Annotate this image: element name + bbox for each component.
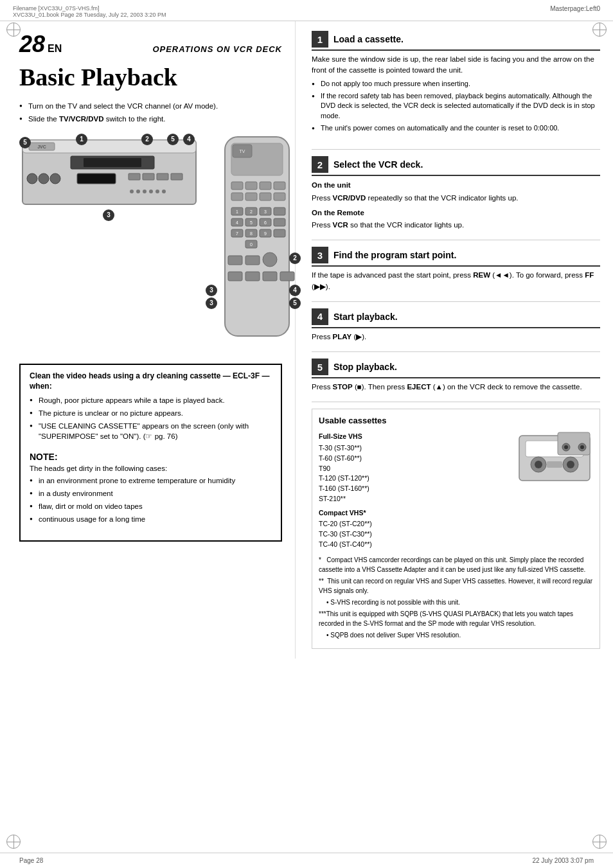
cassettes-footnotes: * Compact VHS camcorder recordings can b… [319, 555, 593, 640]
footnote-2: ** This unit can record on regular VHS a… [319, 576, 593, 596]
svg-text:0: 0 [250, 242, 253, 247]
step-1-num: 1 [312, 31, 328, 48]
svg-text:TV: TV [240, 149, 245, 154]
svg-text:2: 2 [293, 254, 297, 261]
svg-rect-64 [274, 229, 285, 237]
note-bullet-2: in a dusty environment [30, 488, 272, 499]
step-1-b3: The unit's power comes on automatically … [312, 123, 600, 133]
svg-rect-37 [245, 182, 257, 190]
svg-rect-90 [547, 461, 562, 468]
step-2-num: 2 [312, 156, 328, 173]
step-3-text: If the tape is advanced past the start p… [312, 270, 600, 292]
note-label: NOTE: [30, 452, 272, 462]
cassettes-text: Full-Size VHS T-30 (ST-30**) T-60 (ST-60… [319, 429, 510, 549]
note-bullet-1: in an environment prone to extreme tempe… [30, 475, 272, 486]
compact-items: TC-20 (ST-C20**) TC-30 (ST-C30**) TC-40 … [319, 519, 510, 549]
step-5-block: 5 Stop playback. Press STOP (■). Then pr… [312, 359, 600, 402]
note-bullet-4: continuous usage for a long time [30, 514, 272, 524]
step-3-title: Find the program start point. [333, 250, 456, 260]
step-2-sub2-text: Press VCR so that the VCR indicator ligh… [312, 220, 600, 231]
cassette-illustration [516, 429, 593, 487]
step-5-content: Press STOP (■). Then press EJECT (▲) on … [312, 382, 600, 393]
main-heading: Basic Playback [19, 64, 282, 91]
svg-point-89 [567, 461, 574, 468]
cassettes-title: Usable cassettes [319, 416, 593, 425]
svg-point-6 [27, 173, 37, 184]
step-4-text: Press PLAY (▶). [312, 332, 600, 342]
page-content: 28 EN OPERATIONS ON VCR DECK Basic Playb… [0, 21, 613, 659]
svg-text:1: 1 [80, 136, 84, 143]
svg-rect-36 [231, 182, 243, 190]
step-2-title: Select the VCR deck. [333, 159, 423, 170]
step-1-intro: Make sure the window side is up, the rea… [312, 54, 600, 76]
svg-text:3: 3 [209, 287, 213, 294]
svg-rect-43 [274, 193, 285, 200]
step-3-header: 3 Find the program start point. [312, 247, 600, 267]
footnote-3b: • SQPB does not deliver Super VHS resolu… [319, 630, 593, 640]
remote-svg: TV 1 2 3 [206, 134, 308, 352]
intro-bullet-list: Turn on the TV and select the VCR channe… [19, 101, 282, 124]
step-4-header: 4 Start playback. [312, 308, 600, 328]
vcr-diagram: JVC [19, 134, 199, 354]
corner-mark-top-right [592, 22, 607, 37]
clean-note-box: Clean the video heads using a dry cleani… [19, 364, 282, 542]
header-bookinfo: XVC33U_01.book Page 28 Tuesday, July 22,… [13, 12, 166, 18]
clean-bullet-3: "USE CLEANING CASSETTE" appears on the s… [30, 421, 272, 441]
step-2-sub2: On the Remote [312, 208, 600, 218]
step-1-b1: Do not apply too much pressure when inse… [312, 79, 600, 89]
svg-text:1: 1 [236, 209, 238, 214]
cassettes-image [516, 429, 593, 549]
step-1-bullets: Do not apply too much pressure when inse… [312, 79, 600, 134]
svg-rect-11 [143, 173, 154, 180]
svg-point-7 [39, 173, 49, 184]
header-left: Filename [XVC33U_07S-VHS.fm] XVC33U_01.b… [13, 5, 166, 18]
svg-text:3: 3 [209, 299, 213, 306]
step-1-block: 1 Load a cassette. Make sure the window … [312, 31, 600, 150]
svg-text:8: 8 [250, 231, 253, 236]
step-4-num: 4 [312, 308, 328, 325]
svg-rect-12 [157, 173, 168, 180]
step-2-header: 2 Select the VCR deck. [312, 156, 600, 176]
svg-point-87 [535, 461, 542, 468]
clean-bullet-2: The picture is unclear or no picture app… [30, 408, 272, 418]
svg-rect-91 [558, 432, 590, 455]
header-filename: Filename [XVC33U_07S-VHS.fm] [13, 5, 166, 12]
svg-point-93 [564, 445, 568, 449]
step-1-content: Make sure the window side is up, the rea… [312, 54, 600, 133]
svg-text:5: 5 [293, 299, 297, 306]
step-2-sub1: On the unit [312, 180, 600, 191]
footer-page-label: Page 28 [19, 857, 43, 864]
svg-rect-69 [263, 252, 277, 267]
note-intro: The heads get dirty in the following cas… [30, 465, 272, 472]
diagrams-container: JVC [19, 134, 282, 354]
svg-rect-9 [77, 173, 116, 184]
step-4-title: Start playback. [333, 312, 398, 322]
step-2-sub1-text: Press VCR/DVD repeatedly so that the VCR… [312, 193, 600, 204]
svg-text:4: 4 [293, 287, 297, 294]
clean-bullet-1: Rough, poor picture appears while a tape… [30, 395, 272, 405]
intro-bullet-1: Turn on the TV and select the VCR channe… [19, 101, 282, 111]
svg-rect-72 [263, 272, 277, 281]
vcr-unit-svg: JVC [19, 134, 199, 227]
svg-text:4: 4 [187, 136, 191, 143]
svg-text:3: 3 [264, 209, 267, 214]
svg-text:6: 6 [264, 220, 267, 225]
compact-label: Compact VHS* [319, 508, 510, 518]
step-3-block: 3 Find the program start point. If the t… [312, 247, 600, 302]
step-4-content: Press PLAY (▶). [312, 332, 600, 342]
svg-text:4: 4 [236, 220, 238, 225]
page-footer: Page 28 22 July 2003 3:07 pm [0, 853, 613, 868]
page-number: 28 [19, 31, 45, 58]
corner-mark-bottom-left [6, 835, 21, 849]
step-1-title: Load a cassette. [333, 34, 404, 44]
step-3-num: 3 [312, 247, 328, 263]
svg-text:5: 5 [171, 136, 175, 143]
step-2-block: 2 Select the VCR deck. On the unit Press… [312, 156, 600, 240]
step-5-title: Stop playback. [333, 362, 397, 372]
step-2-content: On the unit Press VCR/DVD repeatedly so … [312, 180, 600, 231]
svg-rect-70 [228, 272, 242, 281]
header-masterpage: Masterpage:Left0 [550, 5, 600, 12]
svg-rect-67 [228, 256, 242, 265]
page-header: Filename [XVC33U_07S-VHS.fm] XVC33U_01.b… [0, 0, 613, 21]
svg-point-8 [50, 173, 60, 184]
